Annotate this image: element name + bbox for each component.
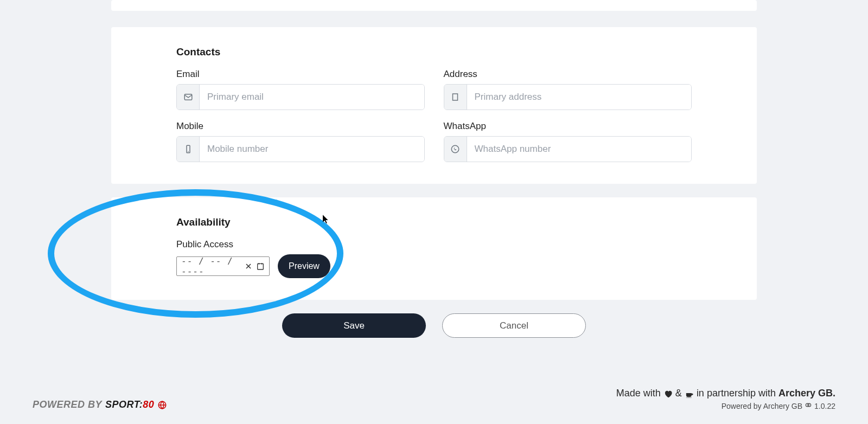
svg-point-10	[451, 145, 459, 153]
whatsapp-icon	[444, 137, 467, 162]
email-label: Email	[176, 69, 425, 80]
footer-made-with: Made with & in partnership with Archery …	[616, 388, 835, 399]
action-button-row: Save Cancel	[111, 313, 757, 338]
building-icon	[444, 85, 467, 110]
made-with-text: Made with	[616, 388, 661, 399]
preview-button[interactable]: Preview	[278, 254, 330, 278]
footer-right: Made with & in partnership with Archery …	[616, 388, 835, 410]
annotation-circle	[48, 189, 343, 318]
version-text: 1.0.22	[814, 402, 835, 410]
footer-version-line: Powered by Archery GB 1.0.22	[616, 401, 835, 410]
save-button[interactable]: Save	[282, 313, 426, 338]
availability-card: Availability Public Access -- / -- / ---…	[111, 197, 757, 300]
svg-rect-1	[453, 94, 458, 100]
top-card-strip	[111, 0, 757, 11]
eighty-text: 80	[143, 399, 154, 410]
whatsapp-label: WhatsApp	[444, 121, 692, 132]
email-field-group: Email	[176, 69, 425, 110]
powered-by-text: POWERED BY	[33, 399, 102, 410]
svg-rect-13	[258, 264, 264, 269]
coffee-icon	[685, 388, 694, 399]
archery-gb-text: Archery GB.	[778, 388, 835, 399]
footer-left: POWERED BY SPORT:80	[33, 399, 167, 410]
footer: POWERED BY SPORT:80 Made with & in partn…	[0, 388, 868, 424]
globe-icon	[157, 400, 167, 410]
whatsapp-input-group	[444, 136, 692, 162]
mobile-field-group: Mobile	[176, 121, 425, 162]
clear-icon[interactable]	[244, 262, 253, 271]
contacts-title: Contacts	[176, 46, 692, 58]
phone-icon	[177, 137, 200, 162]
ampersand-text: &	[675, 388, 682, 399]
mobile-input[interactable]	[200, 137, 424, 162]
whatsapp-field-group: WhatsApp	[444, 121, 692, 162]
address-input-group	[444, 84, 692, 110]
powered-line2-text: Powered by Archery GB	[722, 402, 802, 410]
date-placeholder-text: -- / -- / ----	[181, 256, 244, 277]
calendar-icon[interactable]	[256, 262, 265, 271]
public-access-date-input[interactable]: -- / -- / ----	[176, 256, 270, 276]
email-input-group	[176, 84, 425, 110]
envelope-icon	[177, 85, 200, 110]
address-input[interactable]	[467, 85, 692, 110]
sport-text: SPORT:	[105, 399, 143, 410]
contacts-card: Contacts Email Address	[111, 27, 757, 184]
email-input[interactable]	[200, 85, 424, 110]
cancel-button[interactable]: Cancel	[442, 313, 586, 338]
address-field-group: Address	[444, 69, 692, 110]
sport80-brand: SPORT:80	[105, 399, 154, 410]
public-access-label: Public Access	[176, 239, 692, 250]
mobile-label: Mobile	[176, 121, 425, 132]
target-icon	[805, 401, 812, 410]
whatsapp-input[interactable]	[467, 137, 692, 162]
heart-icon	[663, 388, 673, 399]
mobile-input-group	[176, 136, 425, 162]
availability-title: Availability	[176, 216, 692, 228]
partnership-text: in partnership with	[697, 388, 776, 399]
address-label: Address	[444, 69, 692, 80]
